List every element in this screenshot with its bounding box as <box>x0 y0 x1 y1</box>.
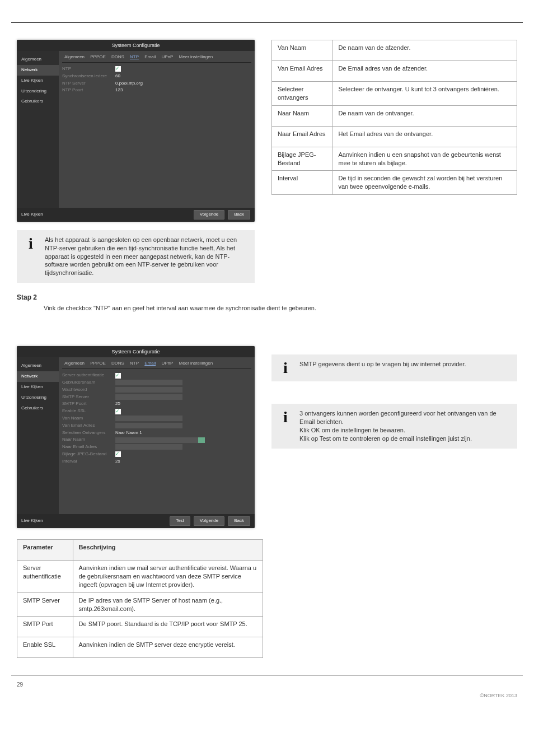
row-label: Van Naam <box>62 416 115 422</box>
row-label: Enable SSL <box>62 408 115 414</box>
text-input <box>115 416 182 421</box>
side-item: Algemeen <box>17 361 59 371</box>
side-item: Live Kijken <box>17 382 59 393</box>
param-name: Van Naam <box>272 40 332 61</box>
row-value: 123 <box>115 87 123 94</box>
param-name: Enable SSL <box>17 637 73 658</box>
checkbox-icon <box>115 451 121 457</box>
sidebar: Algemeen Netwerk Live Kijken Uitzonderin… <box>17 51 59 208</box>
side-item: Netwerk <box>17 65 59 76</box>
text-input <box>115 444 182 450</box>
param-desc: De IP adres van de SMTP Server of host n… <box>73 592 263 617</box>
tab: DDNS <box>111 54 124 59</box>
btn-next: Volgende <box>194 210 224 220</box>
checkbox-icon <box>115 66 121 72</box>
row-value: 60 <box>115 73 120 80</box>
side-item: Uitzondering <box>17 393 59 403</box>
info-line: Klik op Test om te controleren op de ema… <box>299 435 509 443</box>
row-value: 2s <box>115 459 120 465</box>
params-table-email: Parameter Beschrijving Server authentifi… <box>17 539 263 658</box>
email-screenshot: Systeem Configuratie Algemeen Netwerk Li… <box>17 346 255 528</box>
param-name: Naar Naam <box>272 105 332 126</box>
tab: Meer instellingen <box>179 361 213 366</box>
tab: PPPOE <box>90 361 106 366</box>
info-box: i Als het apparaat is aangesloten op een… <box>17 230 255 283</box>
row-label: SMTP Poort <box>62 401 115 407</box>
info-icon: i <box>25 236 36 251</box>
side-item: Uitzondering <box>17 86 59 97</box>
tab-active: NTP <box>130 54 139 59</box>
tab: UPnP <box>161 361 173 366</box>
select-input <box>115 437 205 443</box>
tab: PPPOE <box>90 54 106 59</box>
shot-title: Systeem Configuratie <box>17 346 255 357</box>
side-item: Netwerk <box>17 371 59 382</box>
btn-test: Test <box>170 516 190 526</box>
row-value: 0.pool.ntp.org <box>115 81 143 87</box>
param-name: Interval <box>272 171 332 195</box>
row-label: NTP Poort <box>62 87 115 94</box>
shot-title: Systeem Configuratie <box>17 40 255 51</box>
checkbox-icon <box>115 373 121 379</box>
page-number: 29 <box>0 681 23 699</box>
param-name: SMTP Port <box>17 617 73 637</box>
row-value: 25 <box>115 401 120 407</box>
tab: DDNS <box>111 361 124 366</box>
param-name: Selecteer ontvangers <box>272 82 332 106</box>
tab-row: Algemeen PPPOE DDNS NTP Email UPnP Meer … <box>62 361 251 369</box>
row-label: SMTP Server <box>62 394 115 400</box>
param-desc: De Email adres van de afzender. <box>332 61 517 82</box>
checkbox-icon <box>115 409 121 414</box>
row-label: Naar Email Adres <box>62 444 115 450</box>
row-label: NTP Server <box>62 81 115 87</box>
param-desc: De naam van de ontvanger. <box>332 105 517 126</box>
info-box: i 3 ontvangers kunnen worden geconfigure… <box>271 404 517 448</box>
info-text: SMTP gegevens dient u op te vragen bij u… <box>299 360 509 368</box>
text-input <box>115 380 182 385</box>
row-label: Server authentificatie <box>62 372 115 379</box>
info-line: Klik OK om de instellingen te bewaren. <box>299 426 509 435</box>
info-box: i SMTP gegevens dient u op te vragen bij… <box>271 354 517 381</box>
footer-left: Live Kijken <box>21 212 43 218</box>
step2-text: Vink de checkbox "NTP" aan en geef het i… <box>0 304 534 312</box>
info-icon: i <box>280 409 291 425</box>
tab: Algemeen <box>64 361 85 366</box>
param-desc: De SMTP poort. Standaard is de TCP/IP po… <box>73 617 263 637</box>
tab-row: Algemeen PPPOE DDNS NTP Email UPnP Meer … <box>62 54 251 63</box>
param-desc: Selecteer de ontvanger. U kunt tot 3 ont… <box>332 82 517 106</box>
tab-active: Email <box>144 361 156 366</box>
text-input <box>115 394 182 400</box>
tab: NTP <box>130 361 139 366</box>
param-name: Bijlage JPEG-Bestand <box>272 147 332 171</box>
btn-back: Back <box>228 516 250 526</box>
side-item: Algemeen <box>17 54 59 65</box>
table-header: Beschrijving <box>73 540 263 561</box>
side-item: Live Kijken <box>17 76 59 86</box>
row-label: Van Email Adres <box>62 423 115 429</box>
param-name: Van Email Adres <box>272 61 332 82</box>
row-value: Naar Naam 1 <box>115 430 142 436</box>
footer-left: Live Kijken <box>21 518 43 524</box>
row-label: Synchroniseren iedere <box>62 73 115 80</box>
side-item: Gebruikers <box>17 96 59 107</box>
row-label: Naar Naam <box>62 437 115 443</box>
sidebar: Algemeen Netwerk Live Kijken Uitzonderin… <box>17 357 59 514</box>
side-item: Gebruikers <box>17 403 59 414</box>
btn-next: Volgende <box>194 516 224 526</box>
tab: UPnP <box>161 54 173 59</box>
tab: Algemeen <box>64 54 85 59</box>
btn-back: Back <box>228 210 250 220</box>
tab: Meer instellingen <box>179 54 213 59</box>
text-input <box>115 423 182 428</box>
copyright: ©NORTEK 2013 <box>480 692 535 699</box>
param-name: SMTP Server <box>17 592 73 617</box>
ntp-screenshot: Systeem Configuratie Algemeen Netwerk Li… <box>17 40 255 222</box>
info-icon: i <box>280 360 291 376</box>
param-desc: Aanvinken indien u een snapshot van de g… <box>332 147 517 171</box>
info-text: Als het apparaat is aangesloten op een o… <box>45 236 246 277</box>
row-label: NTP <box>62 66 115 72</box>
row-label: Selecteer Ontvangers <box>62 430 115 436</box>
param-desc: De naam van de afzender. <box>332 40 517 61</box>
tab: Email <box>144 54 156 59</box>
param-name: Server authentificatie <box>17 561 73 593</box>
